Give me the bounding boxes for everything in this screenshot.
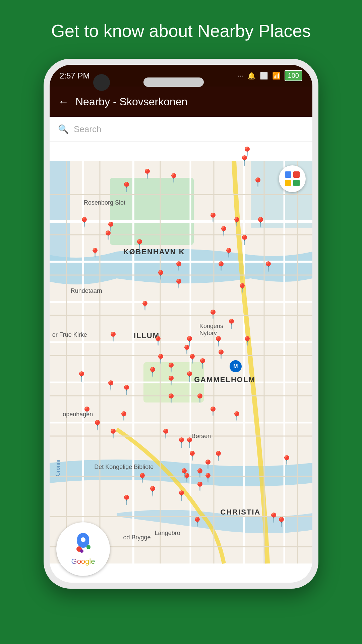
pin-red-27: 📍	[231, 411, 243, 422]
pin-cyan-1: 📍	[191, 517, 203, 528]
pin-magenta-1: 📍	[241, 146, 253, 157]
google-logo-button[interactable]: Google	[56, 522, 110, 576]
pin-orange-3: 📍	[136, 473, 148, 484]
map-label-brygge: od Brygge	[123, 534, 151, 541]
pin-red-13: 📍	[155, 270, 167, 281]
pin-orange-1: 📍	[118, 411, 130, 422]
svg-text:M: M	[233, 364, 238, 369]
pin-green-4: 📍	[178, 468, 190, 479]
map-label-bibliotek: Det Kongelige Bibliote	[94, 464, 154, 471]
app-bar: ← Nearby - Skovserkonen	[50, 87, 312, 117]
grid-dot-green	[293, 180, 300, 186]
wifi-icon: 📶	[272, 72, 281, 80]
pin-red-21: 📍	[147, 367, 159, 378]
back-button[interactable]: ←	[58, 96, 69, 108]
pin-red-32: 📍	[186, 450, 198, 462]
pin-red-23: 📍	[105, 380, 117, 391]
pin-red-9: 📍	[239, 234, 250, 246]
pin-green-1: 📍	[121, 181, 132, 193]
pin-red-29: 📍	[107, 428, 119, 439]
pin-red-8: 📍	[231, 217, 243, 228]
pin-orange-4: 📍	[81, 406, 93, 417]
grid-dot-blue	[285, 171, 291, 178]
pin-purple-3: 📍	[186, 354, 198, 365]
pin-green-3: 📍	[121, 384, 132, 395]
map-label-christia: CHRISTIA	[221, 508, 261, 517]
map-label-kongens: KongensNytorv	[199, 323, 223, 337]
status-time: 2:57 PM	[60, 71, 89, 80]
pin-purple-2: 📍	[152, 336, 164, 347]
map-label-rundetaarn: Rundetaarn	[71, 287, 102, 294]
pin-red-11: 📍	[215, 261, 227, 272]
pin-red-2: 📍	[168, 173, 180, 184]
map-label-langebro: Langebro	[155, 530, 180, 537]
pin-blue-3: 📍	[213, 336, 224, 347]
pin-red-37: 📍	[194, 481, 206, 492]
map-label-gammelholm: GAMMELHOLM	[194, 375, 255, 384]
svg-point-38	[86, 545, 90, 549]
pin-red-4: 📍	[252, 177, 264, 188]
grid-dot-red	[293, 171, 300, 178]
bell-icon: 🔔	[247, 72, 256, 80]
pin-red-6: 📍	[207, 212, 219, 223]
phone-frame: 2:57 PM ··· 🔔 ⬜ 📶 100 ← Nearby - Skovser…	[44, 59, 318, 589]
pin-black-user: 📍	[165, 375, 177, 386]
pin-purple-1: 📍	[134, 239, 145, 250]
pin-magenta-2: 📍	[255, 217, 266, 228]
svg-point-36	[81, 537, 85, 542]
google-map-marker	[72, 532, 94, 557]
pin-magenta-4: 📍	[107, 331, 119, 342]
category-filter-button[interactable]	[279, 165, 306, 192]
pin-red-39: 📍	[147, 486, 159, 497]
pin-teal-2: 📍	[89, 248, 101, 259]
search-bar[interactable]: 🔍 Search	[50, 117, 312, 142]
status-icons: ··· 🔔 ⬜ 📶 100	[238, 70, 302, 81]
map-label-rosenborg: Rosenborg Slot	[84, 199, 125, 206]
pin-red-14: 📍	[173, 278, 185, 289]
pin-magenta-5: 📍	[155, 354, 167, 365]
pin-red-5: 📍	[78, 217, 90, 228]
phone-camera	[93, 74, 110, 91]
pin-blue-2: 📍	[184, 336, 195, 347]
grid-dot-yellow	[285, 180, 291, 186]
pin-blue-1: 📍	[105, 221, 117, 232]
pin-red-26: 📍	[207, 406, 219, 417]
pin-red-10: 📍	[223, 248, 235, 259]
pin-teal-3: 📍	[202, 459, 214, 470]
pin-purple-5: 📍	[184, 371, 195, 382]
pin-red-18: 📍	[226, 318, 237, 329]
dots-icon: ···	[238, 72, 243, 79]
page-title: Get to know about Nearby Places	[24, 0, 338, 59]
pin-purple-4: 📍	[197, 358, 208, 369]
pin-red-20: 📍	[215, 349, 227, 360]
svg-text:Grønni: Grønni	[55, 460, 61, 476]
pin-magenta-3: 📍	[262, 261, 274, 272]
pin-red-40: 📍	[121, 494, 132, 505]
phone-screen: 2:57 PM ··· 🔔 ⬜ 📶 100 ← Nearby - Skovser…	[50, 65, 312, 583]
pin-red-16: 📍	[139, 301, 151, 312]
pin-red-12: 📍	[173, 261, 185, 272]
search-icon: 🔍	[58, 124, 69, 135]
pin-red-30: 📍	[160, 428, 172, 439]
pin-red-19: 📍	[241, 336, 253, 347]
pin-orange-2: 📍	[184, 437, 195, 448]
battery-icon: 100	[285, 70, 302, 81]
google-text: Google	[71, 557, 95, 566]
map-label-frue-kirke: or Frue Kirke	[52, 331, 87, 338]
pin-red-22: 📍	[76, 371, 87, 382]
pin-red-17: 📍	[207, 309, 219, 320]
pin-red-33: 📍	[213, 450, 224, 462]
pin-red-28: 📍	[92, 420, 103, 431]
pin-magenta-6: 📍	[165, 362, 177, 373]
pin-teal-4: 📍	[276, 517, 287, 528]
pin-red-38: 📍	[176, 490, 187, 501]
screen-icon: ⬜	[260, 72, 268, 80]
map-area[interactable]: Grønni M Rosenborg Slot KØBENHAVN K Rund…	[50, 142, 312, 583]
map-label-kobenhavn: KØBENHAVN K	[123, 248, 185, 256]
app-bar-title: Nearby - Skovserkonen	[75, 96, 187, 108]
search-input[interactable]: Search	[74, 124, 101, 135]
pin-red-1: 📍	[141, 168, 153, 179]
phone-speaker	[143, 77, 204, 87]
pin-red-24: 📍	[165, 393, 177, 404]
svg-point-39	[80, 549, 83, 553]
